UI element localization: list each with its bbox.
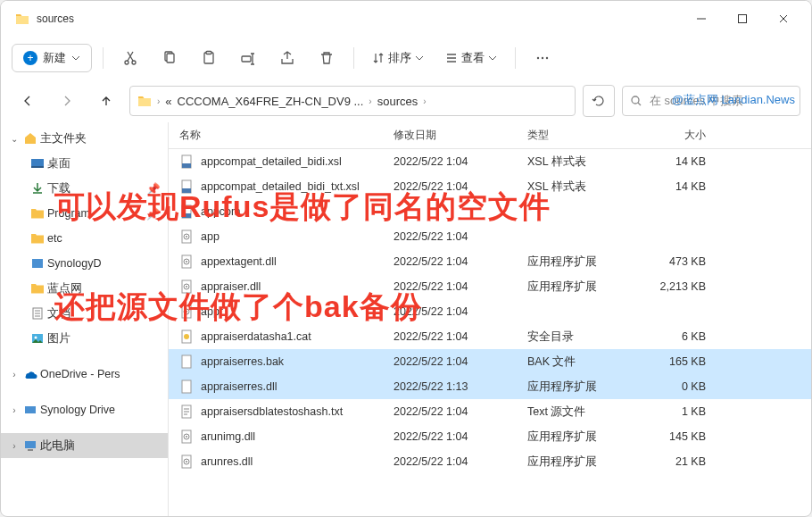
- paste-button[interactable]: [193, 44, 225, 72]
- svg-rect-22: [182, 163, 191, 168]
- file-row[interactable]: appcom: [169, 199, 811, 224]
- maximize-button[interactable]: [722, 4, 763, 33]
- file-name: app: [201, 230, 394, 243]
- file-date: 2022/5/22 1:04: [394, 405, 527, 418]
- svg-point-32: [186, 261, 187, 263]
- file-row[interactable]: appcompat_detailed_bidi_txt.xsl 2022/5/2…: [169, 174, 811, 199]
- file-icon: [179, 204, 195, 219]
- file-row[interactable]: appraiser.dll 2022/5/22 1:04 应用程序扩展 2,21…: [169, 274, 811, 299]
- sidebar-item[interactable]: etc: [1, 226, 168, 251]
- minimize-button[interactable]: [681, 4, 722, 33]
- sidebar-synology[interactable]: ›Synology Drive: [1, 397, 168, 422]
- file-size: 14 KB: [634, 155, 706, 168]
- file-date: 2022/5/22 1:13: [394, 380, 527, 393]
- sidebar-item[interactable]: Program📌: [1, 201, 168, 226]
- file-name: appraiserdatasha1.cat: [201, 330, 394, 343]
- file-date: 2022/5/22 1:04: [394, 230, 527, 243]
- sidebar-item[interactable]: 下载📌: [1, 176, 168, 201]
- cut-button[interactable]: [114, 44, 146, 72]
- view-icon: [445, 52, 458, 64]
- forward-button[interactable]: [51, 85, 83, 117]
- breadcrumb[interactable]: sources: [377, 95, 418, 108]
- file-row[interactable]: arunres.dll 2022/5/22 1:04 应用程序扩展 21 KB: [169, 449, 811, 474]
- chevron-down-icon: [71, 54, 80, 63]
- back-button[interactable]: [12, 85, 44, 117]
- sidebar-item[interactable]: 图片: [1, 326, 168, 351]
- header-type[interactable]: 类型: [527, 128, 634, 143]
- file-icon: [179, 304, 195, 319]
- search-icon: [630, 95, 642, 107]
- svg-point-40: [184, 334, 189, 339]
- svg-rect-7: [242, 56, 251, 62]
- file-row[interactable]: appr 2022/5/22 1:04: [169, 299, 811, 324]
- file-icon: [179, 329, 195, 344]
- file-date: 2022/5/22 1:04: [394, 255, 527, 268]
- sort-button[interactable]: 排序: [365, 44, 431, 72]
- file-name: appraiserres.bak: [201, 355, 394, 368]
- sort-icon: [372, 52, 385, 64]
- file-date: 2022/5/22 1:04: [394, 330, 527, 343]
- file-row[interactable]: appraiserres.dll 2022/5/22 1:13 应用程序扩展 0…: [169, 374, 811, 399]
- new-label: 新建: [43, 50, 66, 66]
- new-button[interactable]: + 新建: [12, 44, 92, 72]
- sidebar-item[interactable]: 桌面: [1, 151, 168, 176]
- file-row[interactable]: appraisersdblatestoshash.txt 2022/5/22 1…: [169, 399, 811, 424]
- delete-button[interactable]: [311, 44, 343, 72]
- view-button[interactable]: 查看: [438, 44, 504, 72]
- file-icon: [179, 354, 195, 369]
- svg-point-8: [537, 57, 539, 59]
- sidebar-item[interactable]: SynologyD: [1, 251, 168, 276]
- file-type: Text 源文件: [527, 404, 634, 420]
- close-button[interactable]: [763, 4, 804, 33]
- svg-point-9: [542, 57, 543, 59]
- svg-rect-13: [31, 166, 44, 168]
- svg-point-46: [186, 436, 187, 438]
- file-type: 应用程序扩展: [527, 454, 634, 470]
- file-row[interactable]: app 2022/5/22 1:04: [169, 224, 811, 249]
- svg-rect-0: [739, 15, 747, 23]
- svg-rect-26: [182, 213, 191, 218]
- sort-label: 排序: [388, 50, 411, 66]
- file-list[interactable]: appcompat_detailed_bidi.xsl 2022/5/22 1:…: [169, 149, 811, 517]
- file-type: 应用程序扩展: [527, 254, 634, 270]
- file-type: 应用程序扩展: [527, 279, 634, 295]
- view-label: 查看: [461, 50, 485, 66]
- window-title: sources: [37, 13, 681, 25]
- svg-rect-19: [25, 441, 36, 448]
- header-date[interactable]: 修改日期: [394, 128, 527, 143]
- header-name[interactable]: 名称: [179, 128, 394, 143]
- sidebar-item[interactable]: 文档: [1, 301, 168, 326]
- file-row[interactable]: appraiserres.bak 2022/5/22 1:04 BAK 文件 1…: [169, 349, 811, 374]
- file-row[interactable]: appcompat_detailed_bidi.xsl 2022/5/22 1:…: [169, 149, 811, 174]
- header-size[interactable]: 大小: [634, 128, 706, 143]
- svg-point-1: [125, 61, 128, 64]
- sidebar-thispc[interactable]: ›此电脑: [1, 433, 168, 458]
- file-row[interactable]: appextagent.dll 2022/5/22 1:04 应用程序扩展 47…: [169, 249, 811, 274]
- breadcrumb[interactable]: CCCOMA_X64FRE_ZH-CN_DV9 ...: [178, 95, 364, 108]
- share-button[interactable]: [271, 44, 303, 72]
- svg-rect-6: [206, 52, 211, 54]
- file-date: 2022/5/22 1:04: [394, 305, 527, 318]
- file-size: 473 KB: [634, 255, 706, 268]
- file-type: BAK 文件: [527, 354, 634, 370]
- sidebar-onedrive[interactable]: ›OneDrive - Pers: [1, 362, 168, 387]
- chevron-down-icon: [488, 54, 497, 63]
- file-row[interactable]: arunimg.dll 2022/5/22 1:04 应用程序扩展 145 KB: [169, 424, 811, 449]
- file-icon: [179, 379, 195, 394]
- sidebar-item[interactable]: 蓝点网: [1, 276, 168, 301]
- svg-rect-20: [28, 449, 33, 451]
- rename-button[interactable]: [232, 44, 264, 72]
- file-icon: [179, 404, 195, 419]
- svg-rect-14: [32, 259, 43, 268]
- refresh-button[interactable]: [583, 85, 615, 117]
- file-name: appcompat_detailed_bidi.xsl: [201, 155, 394, 168]
- address-field[interactable]: › « CCCOMA_X64FRE_ZH-CN_DV9 ... › source…: [129, 86, 576, 116]
- up-button[interactable]: [90, 85, 122, 117]
- copy-button[interactable]: [153, 44, 186, 72]
- file-name: appraisersdblatestoshash.txt: [201, 405, 394, 418]
- sidebar-home[interactable]: ⌄主文件夹: [1, 126, 168, 151]
- file-row[interactable]: appraiserdatasha1.cat 2022/5/22 1:04 安全目…: [169, 324, 811, 349]
- file-date: 2022/5/22 1:04: [394, 355, 527, 368]
- more-button[interactable]: [526, 44, 559, 72]
- svg-point-17: [35, 337, 37, 339]
